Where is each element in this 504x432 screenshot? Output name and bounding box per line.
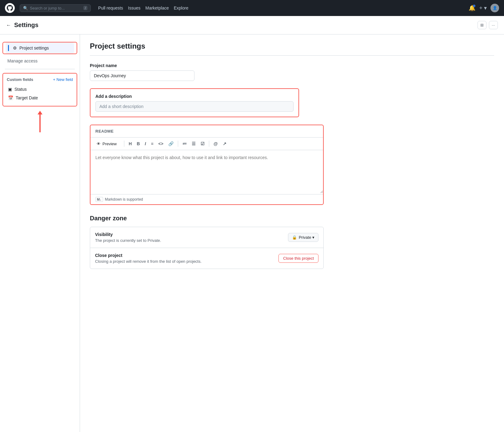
topnav-right: 🔔 + ▾ 👤 xyxy=(469,4,499,12)
toolbar-divider2 xyxy=(178,141,178,147)
gear-icon: ⚙ xyxy=(13,46,17,50)
custom-fields-title: Custom fields xyxy=(7,77,33,82)
sidebar-item-manage-access[interactable]: Manage access xyxy=(0,57,80,65)
page-title: Settings xyxy=(14,22,38,29)
new-field-button[interactable]: + New field xyxy=(53,77,73,82)
toolbar-quote-button[interactable]: ≡ xyxy=(149,140,155,147)
main-content: Project settings Project name Add a desc… xyxy=(80,34,504,432)
danger-zone-title: Danger zone xyxy=(90,215,494,222)
search-kbd: / xyxy=(83,6,87,10)
close-project-info: Close project Closing a project will rem… xyxy=(95,253,278,264)
custom-field-target-date-label: Target Date xyxy=(16,95,38,100)
toolbar-code-button[interactable]: <> xyxy=(157,140,165,147)
project-settings-box: ⚙ Project settings xyxy=(2,42,77,54)
annotation-arrow xyxy=(0,109,80,137)
github-logo[interactable] xyxy=(5,3,15,13)
calendar-icon: 📅 xyxy=(8,95,13,100)
toolbar-divider3 xyxy=(209,141,209,147)
toolbar-link-button[interactable]: 🔗 xyxy=(166,140,175,147)
notifications-button[interactable]: 🔔 xyxy=(469,5,475,11)
custom-field-target-date[interactable]: 📅 Target Date xyxy=(7,94,73,102)
toolbar-ordered-list-button[interactable]: ☰ xyxy=(190,140,198,147)
custom-fields-header: Custom fields + New field xyxy=(7,77,73,82)
back-button[interactable]: ← xyxy=(6,22,11,28)
danger-zone-box: Visibility The project is currently set … xyxy=(90,227,324,269)
close-project-row: Close project Closing a project will rem… xyxy=(90,248,323,269)
search-bar[interactable]: 🔍 / xyxy=(20,4,91,12)
settings-header: ← Settings ⊞ ··· xyxy=(0,16,504,34)
readme-textarea[interactable] xyxy=(90,150,323,193)
sidebar-item-label: Project settings xyxy=(19,46,69,50)
search-icon: 🔍 xyxy=(23,6,28,10)
description-section: Add a description xyxy=(90,88,299,117)
preview-label: Preview xyxy=(102,142,117,146)
topnav-issues[interactable]: Issues xyxy=(128,6,140,10)
topnav-marketplace[interactable]: Marketplace xyxy=(145,6,169,10)
lock-icon: 🔒 xyxy=(292,235,297,240)
markdown-label: Markdown is supported xyxy=(105,197,143,202)
toolbar-mention-button[interactable]: @ xyxy=(212,140,220,147)
danger-zone: Danger zone Visibility The project is cu… xyxy=(90,215,494,269)
more-options-button[interactable]: ··· xyxy=(489,21,498,29)
readme-toolbar: 👁 Preview H B I ≡ <> 🔗 ≔ ☰ ☑ @ ↗ xyxy=(90,138,323,150)
topnav-explore[interactable]: Explore xyxy=(174,6,188,10)
sidebar-item-project-settings[interactable]: ⚙ Project settings xyxy=(6,42,74,54)
create-button[interactable]: + ▾ xyxy=(479,5,487,11)
content-title: Project settings xyxy=(90,42,494,56)
project-name-input[interactable] xyxy=(90,70,194,81)
visibility-button-label: Private ▾ xyxy=(299,235,314,240)
description-label: Add a description xyxy=(95,94,294,99)
visibility-button[interactable]: 🔒 Private ▾ xyxy=(288,233,318,242)
visibility-title: Visibility xyxy=(95,232,288,237)
visibility-description: The project is currently set to Private. xyxy=(95,238,288,243)
layout-button[interactable]: ⊞ xyxy=(478,21,486,29)
toolbar-italic-button[interactable]: I xyxy=(143,140,148,147)
toolbar-reference-button[interactable]: ↗ xyxy=(221,140,228,147)
visibility-info: Visibility The project is currently set … xyxy=(95,232,288,243)
custom-field-status[interactable]: ▣ Status xyxy=(7,85,73,94)
markdown-icon: M↓ xyxy=(95,197,103,202)
close-project-description: Closing a project will remove it from th… xyxy=(95,259,278,264)
eye-icon: 👁 xyxy=(97,142,101,146)
project-name-label: Project name xyxy=(90,63,494,68)
topnav-pull-requests[interactable]: Pull requests xyxy=(98,6,123,10)
close-project-title: Close project xyxy=(95,253,278,258)
red-arrow xyxy=(39,114,41,132)
status-icon: ▣ xyxy=(8,87,12,92)
close-project-button[interactable]: Close this project xyxy=(278,254,318,263)
sidebar: ⚙ Project settings Manage access Custom … xyxy=(0,34,80,432)
topnav-links: Pull requests Issues Marketplace Explore xyxy=(98,6,188,10)
toolbar-tasklist-button[interactable]: ☑ xyxy=(199,140,206,147)
toolbar-divider xyxy=(124,141,124,147)
description-input[interactable] xyxy=(95,101,294,112)
toolbar-bold-button[interactable]: B xyxy=(135,140,142,147)
active-indicator xyxy=(8,45,9,51)
main-layout: ⚙ Project settings Manage access Custom … xyxy=(0,34,504,432)
readme-header: README xyxy=(90,125,323,138)
sidebar-divider xyxy=(5,69,75,69)
avatar[interactable]: 👤 xyxy=(490,4,499,12)
toolbar-unordered-list-button[interactable]: ≔ xyxy=(181,140,189,147)
readme-section: README 👁 Preview H B I ≡ <> 🔗 ≔ ☰ ☑ @ xyxy=(90,125,324,205)
custom-fields-section: Custom fields + New field ▣ Status 📅 Tar… xyxy=(2,73,77,106)
preview-button[interactable]: 👁 Preview xyxy=(94,140,119,147)
topnav: 🔍 / Pull requests Issues Marketplace Exp… xyxy=(0,0,504,16)
notification-dot xyxy=(473,5,475,7)
search-input[interactable] xyxy=(30,6,82,10)
readme-footer: M↓ Markdown is supported xyxy=(90,194,323,204)
toolbar-heading-button[interactable]: H xyxy=(127,140,134,147)
project-name-section: Project name xyxy=(90,63,494,81)
visibility-row: Visibility The project is currently set … xyxy=(90,227,323,248)
custom-field-status-label: Status xyxy=(14,87,27,92)
